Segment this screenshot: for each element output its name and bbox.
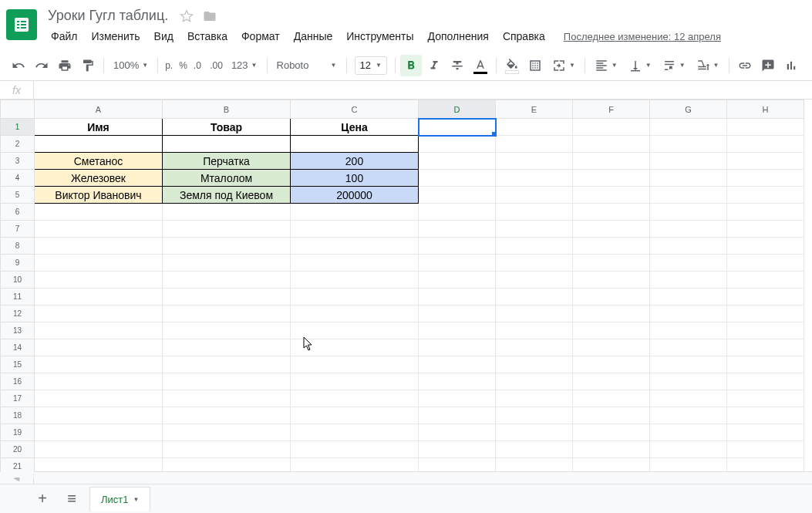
cell-B3[interactable]: Перчатка (163, 153, 291, 170)
cell-G19[interactable] (650, 424, 727, 441)
cell-C3[interactable]: 200 (291, 153, 419, 170)
font-size-select[interactable]: 12▼ (355, 56, 387, 75)
cell-B17[interactable] (163, 390, 291, 407)
spreadsheet-grid[interactable]: ABCDEFGH1ИмяТоварЦена23СметаносПерчатка2… (0, 100, 812, 478)
cell-C10[interactable] (291, 272, 419, 289)
borders-button[interactable] (524, 55, 546, 76)
cell-G8[interactable] (650, 238, 727, 255)
cell-A4[interactable]: Железовек (35, 170, 163, 187)
print-button[interactable] (54, 55, 76, 76)
cell-G10[interactable] (650, 272, 727, 289)
cell-A6[interactable] (35, 204, 163, 221)
cell-G5[interactable] (650, 187, 727, 204)
last-edit-link[interactable]: Последнее изменение: 12 апреля (564, 31, 721, 42)
cell-E20[interactable] (496, 441, 573, 458)
cell-B14[interactable] (163, 339, 291, 356)
add-sheet-button[interactable]: + (31, 488, 54, 511)
cell-B15[interactable] (163, 356, 291, 373)
row-header-22[interactable]: 22 (1, 475, 35, 478)
cell-F5[interactable] (573, 187, 650, 204)
cell-C16[interactable] (291, 373, 419, 390)
cell-G17[interactable] (650, 390, 727, 407)
row-header-1[interactable]: 1 (1, 119, 35, 136)
cell-D17[interactable] (419, 390, 496, 407)
vertical-align-button[interactable]: ▼ (624, 55, 656, 76)
text-wrap-button[interactable]: ▼ (658, 55, 690, 76)
cell-A8[interactable] (35, 238, 163, 255)
cell-H18[interactable] (727, 407, 804, 424)
row-header-14[interactable]: 14 (1, 339, 35, 356)
cell-C17[interactable] (291, 390, 419, 407)
horizontal-align-button[interactable]: ▼ (590, 55, 622, 76)
doc-title[interactable]: Уроки Гугл таблиц. (45, 6, 171, 25)
cell-B20[interactable] (163, 441, 291, 458)
cell-F14[interactable] (573, 339, 650, 356)
star-icon[interactable] (179, 8, 194, 24)
cell-F6[interactable] (573, 204, 650, 221)
cell-D5[interactable] (419, 187, 496, 204)
col-header-G[interactable]: G (650, 100, 727, 119)
cell-F18[interactable] (573, 407, 650, 424)
row-header-6[interactable]: 6 (1, 204, 35, 221)
menu-дополнения[interactable]: Дополнения (422, 27, 495, 46)
cell-D14[interactable] (419, 339, 496, 356)
col-header-C[interactable]: C (291, 100, 419, 119)
cell-B2[interactable] (163, 136, 291, 153)
cell-B6[interactable] (163, 204, 291, 221)
cell-F4[interactable] (573, 170, 650, 187)
cell-F9[interactable] (573, 255, 650, 272)
cell-D20[interactable] (419, 441, 496, 458)
cell-G13[interactable] (650, 322, 727, 339)
menu-файл[interactable]: Файл (45, 27, 83, 46)
cell-E8[interactable] (496, 238, 573, 255)
cell-E1[interactable] (496, 119, 573, 136)
cell-H14[interactable] (727, 339, 804, 356)
paint-format-button[interactable] (77, 55, 99, 76)
cell-B9[interactable] (163, 255, 291, 272)
cell-D18[interactable] (419, 407, 496, 424)
cell-H8[interactable] (727, 238, 804, 255)
row-header-9[interactable]: 9 (1, 255, 35, 272)
row-header-17[interactable]: 17 (1, 390, 35, 407)
text-rotation-button[interactable]: ▼ (692, 55, 724, 76)
row-header-19[interactable]: 19 (1, 424, 35, 441)
cell-F19[interactable] (573, 424, 650, 441)
row-header-5[interactable]: 5 (1, 187, 35, 204)
cell-E3[interactable] (496, 153, 573, 170)
cell-G18[interactable] (650, 407, 727, 424)
cell-E5[interactable] (496, 187, 573, 204)
cell-F1[interactable] (573, 119, 650, 136)
cell-F13[interactable] (573, 322, 650, 339)
cell-B19[interactable] (163, 424, 291, 441)
cell-A16[interactable] (35, 373, 163, 390)
cell-H9[interactable] (727, 255, 804, 272)
cell-E6[interactable] (496, 204, 573, 221)
cell-E19[interactable] (496, 424, 573, 441)
cell-E2[interactable] (496, 136, 573, 153)
cell-A7[interactable] (35, 221, 163, 238)
cell-A14[interactable] (35, 339, 163, 356)
zoom-select[interactable]: 100%▼ (109, 55, 153, 76)
col-header-D[interactable]: D (419, 100, 496, 119)
cell-F16[interactable] (573, 373, 650, 390)
cell-H3[interactable] (727, 153, 804, 170)
cell-D4[interactable] (419, 170, 496, 187)
cell-E4[interactable] (496, 170, 573, 187)
cell-H19[interactable] (727, 424, 804, 441)
row-header-7[interactable]: 7 (1, 221, 35, 238)
more-formats-button[interactable]: 123▼ (227, 55, 262, 76)
cell-A11[interactable] (35, 289, 163, 305)
decrease-decimal-button[interactable]: .0 (191, 60, 206, 71)
cell-B10[interactable] (163, 272, 291, 289)
menu-формат[interactable]: Формат (235, 27, 286, 46)
cell-B18[interactable] (163, 407, 291, 424)
cell-H16[interactable] (727, 373, 804, 390)
row-header-8[interactable]: 8 (1, 238, 35, 255)
cell-E7[interactable] (496, 221, 573, 238)
menu-вид[interactable]: Вид (148, 27, 180, 46)
cell-B11[interactable] (163, 289, 291, 305)
increase-decimal-button[interactable]: .00 (207, 60, 225, 71)
cell-D7[interactable] (419, 221, 496, 238)
cell-C12[interactable] (291, 305, 419, 322)
insert-chart-button[interactable] (780, 55, 802, 76)
